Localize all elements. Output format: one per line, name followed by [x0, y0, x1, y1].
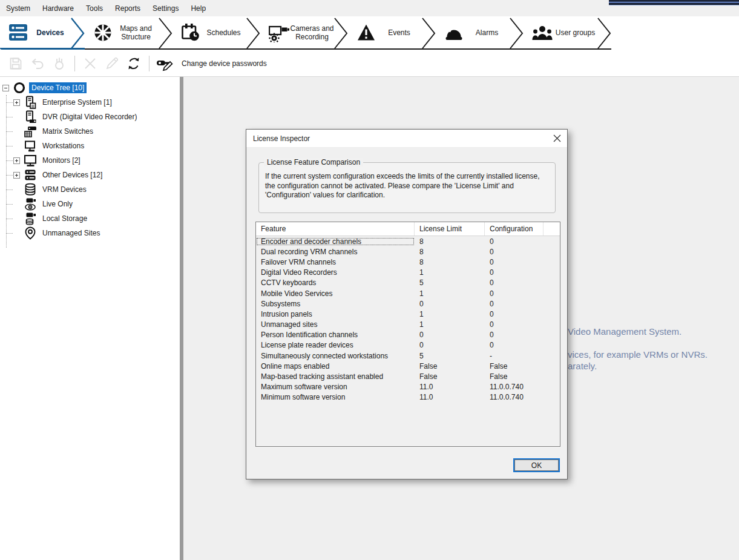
- save-button[interactable]: [5, 54, 27, 73]
- menu-settings[interactable]: Settings: [146, 0, 185, 16]
- device-tree: Device Tree [10] Enterprise System [1] D…: [0, 77, 180, 240]
- tree-item-vrm-devices[interactable]: VRM Devices: [0, 182, 180, 197]
- cell-feature: Failover VRM channels: [256, 258, 415, 266]
- toolbar-separator: [74, 56, 75, 71]
- tab-schedules-label: Schedules: [200, 28, 247, 37]
- tab-events-label: Events: [376, 28, 422, 37]
- table-row[interactable]: License plate reader devices 0 0: [256, 340, 560, 351]
- column-header-configuration[interactable]: Configuration: [485, 222, 544, 236]
- tree-item-other-devices[interactable]: Other Devices [12]: [0, 168, 180, 182]
- cell-configuration: 11.0.0.740: [485, 393, 544, 401]
- cell-license-limit: 1: [415, 320, 485, 329]
- expander-plus-icon[interactable]: [13, 157, 20, 164]
- table-row[interactable]: Person Identification channels 0 0: [256, 330, 560, 340]
- cell-license-limit: 8: [415, 258, 485, 266]
- table-row[interactable]: Map-based tracking assistant enabled Fal…: [256, 371, 560, 381]
- help-text-line: vices, for example VRMs or NVRs.: [568, 349, 708, 360]
- tree-item-local-storage[interactable]: Local Storage: [0, 211, 180, 226]
- tree-item-live-only[interactable]: Live Only: [0, 197, 180, 211]
- tree-item-matrix-switches[interactable]: Matrix Switches: [0, 124, 180, 139]
- cell-feature: Mobile Video Services: [256, 289, 415, 298]
- cell-feature: Digital Video Recorders: [256, 268, 415, 277]
- dialog-title-bar[interactable]: License Inspector: [246, 130, 567, 148]
- cell-license-limit: 8: [415, 237, 485, 246]
- delete-icon: [84, 57, 97, 70]
- undo-button[interactable]: [27, 54, 48, 73]
- table-row[interactable]: Failover VRM channels 8 0: [256, 257, 560, 267]
- siren-icon: [444, 23, 464, 42]
- expander-minus-icon[interactable]: [2, 85, 9, 91]
- toolbar: Change device passwords: [0, 50, 739, 77]
- change-passwords-button[interactable]: [154, 54, 176, 73]
- expander-plus-icon[interactable]: [13, 172, 20, 179]
- tree-item-unmanaged-sites[interactable]: Unmanaged Sites: [0, 226, 180, 240]
- dvr-icon: [24, 110, 37, 124]
- toolbar-separator: [149, 56, 149, 71]
- menu-hardware[interactable]: Hardware: [36, 0, 80, 16]
- ribbon-tab-bar: Devices Maps and Structure Schedules Cam…: [0, 16, 739, 50]
- menu-help[interactable]: Help: [185, 0, 212, 16]
- delete-button[interactable]: [79, 54, 101, 73]
- tab-devices[interactable]: Devices: [0, 17, 85, 50]
- tree-item-monitors[interactable]: Monitors [2]: [0, 153, 180, 168]
- menu-system[interactable]: System: [0, 0, 36, 16]
- tree-item-device-tree[interactable]: Device Tree [10]: [0, 81, 180, 95]
- cell-configuration: 0: [485, 300, 544, 308]
- cell-feature: Dual recording VRM channels: [256, 248, 415, 256]
- close-icon: [553, 134, 561, 142]
- cell-license-limit: 0: [415, 300, 485, 308]
- license-table-header: Feature License Limit Configuration: [256, 222, 560, 236]
- table-row[interactable]: Encoder and decoder channels 8 0: [256, 236, 560, 246]
- cell-configuration: 0: [485, 310, 544, 318]
- table-row[interactable]: Subsystems 0 0: [256, 298, 560, 309]
- table-row[interactable]: Online maps enabled False False: [256, 361, 560, 371]
- table-row[interactable]: CCTV keyboards 5 0: [256, 278, 560, 288]
- cell-feature: Maximum software version: [256, 383, 415, 391]
- column-header-feature[interactable]: Feature: [256, 222, 415, 236]
- cell-license-limit: 1: [415, 289, 485, 298]
- table-row[interactable]: Digital Video Recorders 1 0: [256, 268, 560, 278]
- cell-license-limit: 5: [415, 352, 485, 360]
- table-row[interactable]: Minimum software version 11.0 11.0.0.740: [256, 392, 560, 403]
- cell-license-limit: 8: [415, 248, 485, 256]
- tree-item-dvr[interactable]: DVR (Digital Video Recorder): [0, 110, 180, 124]
- table-row[interactable]: Unmanaged sites 1 0: [256, 320, 560, 330]
- table-row[interactable]: Simultaneously connected workstations 5 …: [256, 351, 560, 361]
- tab-events[interactable]: Events: [348, 17, 436, 50]
- table-row[interactable]: Dual recording VRM channels 8 0: [256, 246, 560, 257]
- tab-cameras-recording[interactable]: Cameras and Recording: [260, 17, 348, 50]
- cell-configuration: 0: [485, 289, 544, 298]
- column-header-empty: [544, 222, 560, 236]
- ok-button[interactable]: OK: [513, 458, 560, 472]
- change-passwords-label: Change device passwords: [182, 59, 267, 68]
- workstation-icon: [24, 139, 37, 153]
- menu-tools[interactable]: Tools: [80, 0, 109, 16]
- dialog-close-button[interactable]: [547, 130, 567, 148]
- refresh-button[interactable]: [123, 54, 145, 73]
- tree-item-enterprise-system[interactable]: Enterprise System [1]: [0, 95, 180, 110]
- column-header-license-limit[interactable]: License Limit: [415, 222, 485, 236]
- cell-configuration: 0: [485, 268, 544, 277]
- tab-alarms[interactable]: Alarms: [436, 17, 524, 50]
- database-icon: [24, 183, 37, 196]
- license-feature-comparison-groupbox: License Feature Comparison If the curren…: [258, 162, 556, 213]
- tree-item-label: Matrix Switches: [40, 126, 96, 137]
- tab-user-groups[interactable]: User groups: [524, 17, 611, 50]
- cell-license-limit: 5: [415, 278, 485, 287]
- chevron-separator-icon: [246, 17, 260, 50]
- chevron-separator-icon: [421, 17, 436, 50]
- tree-item-workstations[interactable]: Workstations: [0, 139, 180, 153]
- cell-license-limit: 11.0: [415, 393, 485, 401]
- expander-plus-icon[interactable]: [13, 99, 20, 106]
- rename-button[interactable]: [101, 54, 123, 73]
- table-row[interactable]: Mobile Video Services 1 0: [256, 288, 560, 298]
- cell-configuration: 11.0.0.740: [485, 383, 544, 391]
- menu-reports[interactable]: Reports: [109, 0, 146, 16]
- cell-configuration: 0: [485, 258, 544, 266]
- table-row[interactable]: Intrusion panels 1 0: [256, 309, 560, 319]
- table-row[interactable]: Maximum software version 11.0 11.0.0.740: [256, 382, 560, 392]
- tab-maps-structure[interactable]: Maps and Structure: [85, 17, 172, 50]
- tab-schedules[interactable]: Schedules: [172, 17, 260, 50]
- activate-button[interactable]: [48, 54, 70, 73]
- matrix-switch-icon: [24, 125, 37, 138]
